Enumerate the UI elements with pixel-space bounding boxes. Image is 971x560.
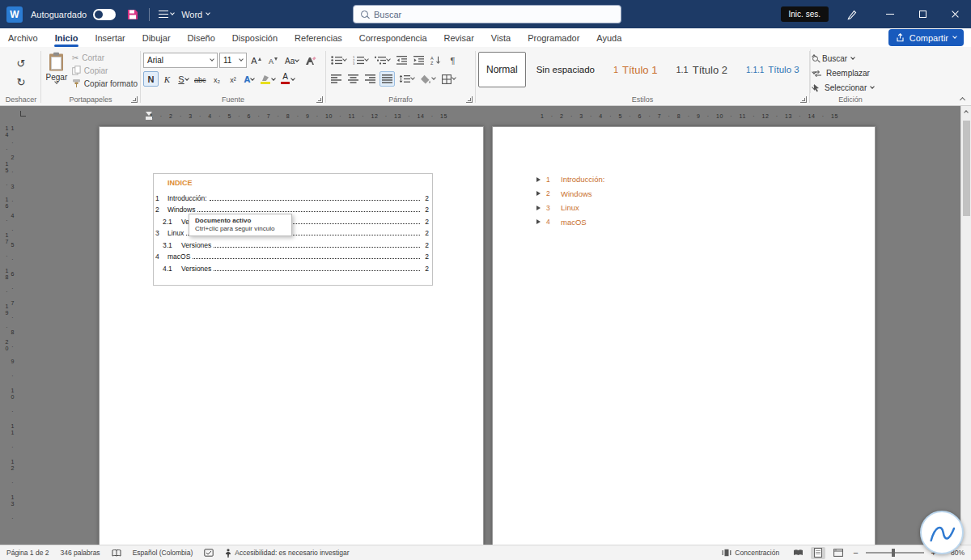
dialog-launcher-icon[interactable]: [316, 96, 323, 103]
toc-entry[interactable]: 1 Introducción: 2: [154, 190, 432, 202]
increase-indent-button[interactable]: [411, 53, 426, 68]
sort-button[interactable]: AZ: [428, 53, 443, 68]
sign-in-button[interactable]: Inic. ses.: [781, 6, 829, 22]
format-painter-button[interactable]: Copiar formato: [72, 78, 138, 88]
style-card-titulo-3[interactable]: 1.1.1 Título 3: [738, 52, 808, 87]
collapse-triangle-icon[interactable]: [536, 191, 541, 196]
multilevel-list-button[interactable]: [372, 53, 392, 68]
grow-font-button[interactable]: A: [248, 53, 264, 68]
horizontal-ruler[interactable]: 1 · 2 · 3 · 4 · 5 · 6 · 7 · 8 · 9 · 10 ·…: [99, 111, 876, 123]
copy-button[interactable]: Copiar: [72, 66, 138, 75]
page-indicator[interactable]: Página 1 de 2: [6, 549, 54, 557]
superscript-button[interactable]: x²: [226, 71, 241, 87]
autosave-toggle[interactable]: [93, 9, 116, 20]
shrink-font-button[interactable]: A: [265, 53, 281, 68]
tab-programador[interactable]: Programador: [528, 33, 579, 43]
zoom-slider-knob[interactable]: [892, 549, 895, 557]
quick-access-toolbar-icon[interactable]: [155, 4, 176, 25]
change-case-button[interactable]: Aa: [282, 53, 301, 68]
align-center-button[interactable]: [346, 71, 361, 87]
cut-button[interactable]: ✂ Cortar: [72, 53, 138, 62]
style-card-titulo-1[interactable]: 1 Título 1: [605, 52, 665, 87]
ink-pen-icon[interactable]: [842, 4, 863, 25]
maximize-button[interactable]: [906, 0, 939, 28]
toc-entry[interactable]: 3.1 Versiones 2: [154, 237, 432, 249]
underline-button[interactable]: S: [176, 71, 191, 87]
justify-button[interactable]: [379, 71, 395, 87]
zoom-out-button[interactable]: −: [851, 548, 859, 558]
minimize-button[interactable]: [874, 0, 906, 28]
align-left-button[interactable]: [329, 71, 344, 87]
tab-inicio[interactable]: Inicio: [55, 33, 78, 43]
tab-archivo[interactable]: Archivo: [8, 33, 38, 43]
align-right-button[interactable]: [363, 71, 378, 87]
tab-ayuda[interactable]: Ayuda: [596, 33, 621, 43]
tab-disposicion[interactable]: Disposición: [232, 33, 278, 43]
subscript-button[interactable]: x₂: [210, 71, 225, 87]
find-button[interactable]: Buscar: [812, 53, 874, 65]
read-mode-button[interactable]: [791, 547, 805, 559]
bullets-button[interactable]: [329, 53, 349, 68]
italic-button[interactable]: K: [159, 71, 175, 87]
select-button[interactable]: Seleccionar: [812, 82, 874, 94]
clear-formatting-button[interactable]: [303, 53, 319, 68]
style-card-titulo-2[interactable]: 1.1 Título 2: [668, 52, 736, 87]
toc-entry[interactable]: 4.1 Versiones 2: [154, 261, 432, 273]
style-card-normal[interactable]: Normal: [478, 52, 526, 87]
print-layout-button[interactable]: [811, 547, 825, 559]
dialog-launcher-icon[interactable]: [466, 96, 473, 103]
dialog-launcher-icon[interactable]: [800, 96, 807, 103]
tab-diseno[interactable]: Diseño: [188, 33, 215, 43]
font-size-combo[interactable]: 11: [219, 53, 247, 68]
style-card-sin-espaciado[interactable]: Sin espaciado: [528, 52, 603, 87]
text-effects-button[interactable]: A: [242, 71, 257, 87]
scroll-up-icon[interactable]: [961, 106, 971, 117]
tab-correspondencia[interactable]: Correspondencia: [359, 33, 427, 43]
page-2[interactable]: 1 Introducción: 2 Windows 3 Linux 4 macO…: [492, 126, 876, 545]
heading-row[interactable]: 1 Introducción:: [536, 172, 604, 187]
dialog-launcher-icon[interactable]: [131, 96, 138, 103]
word-app-icon[interactable]: W: [6, 6, 23, 23]
toc-entry[interactable]: 4 macOS 2: [154, 249, 432, 261]
toc-entry[interactable]: 2 Windows 2: [154, 202, 432, 214]
language-indicator[interactable]: Español (Colombia): [127, 549, 199, 557]
show-paragraph-marks-button[interactable]: ¶: [445, 53, 460, 68]
search-input[interactable]: [374, 10, 613, 19]
collapse-triangle-icon[interactable]: [536, 177, 541, 182]
save-icon[interactable]: [122, 4, 143, 25]
undo-button[interactable]: ↺: [12, 56, 30, 72]
close-button[interactable]: [939, 0, 971, 28]
word-count[interactable]: 346 palabras: [54, 549, 105, 557]
heading-row[interactable]: 4 macOS: [536, 215, 604, 230]
accessibility-status[interactable]: Accesibilidad: es necesario investigar: [219, 549, 354, 558]
collapse-triangle-icon[interactable]: [536, 206, 541, 210]
highlight-button[interactable]: [258, 71, 278, 87]
replace-button[interactable]: Reemplazar: [812, 67, 874, 79]
tab-revisar[interactable]: Revisar: [444, 33, 474, 43]
font-color-button[interactable]: A: [278, 71, 297, 87]
proofing-status[interactable]: [106, 549, 127, 557]
collapse-ribbon-icon[interactable]: [960, 97, 965, 103]
app-name-menu[interactable]: Word: [181, 10, 210, 19]
tab-vista[interactable]: Vista: [491, 33, 511, 43]
spellcheck-status[interactable]: [198, 549, 219, 557]
web-layout-button[interactable]: [831, 547, 846, 559]
vertical-scrollbar[interactable]: [960, 106, 971, 545]
shading-button[interactable]: [418, 71, 438, 87]
tab-dibujar[interactable]: Dibujar: [142, 33, 171, 43]
collapse-triangle-icon[interactable]: [536, 219, 541, 224]
line-spacing-button[interactable]: [396, 71, 417, 87]
vertical-ruler[interactable]: 1 · 2 · 3 · 4 · 5 · 6 · 7 · 8 · 9 · 10 ·…: [4, 125, 15, 534]
decrease-indent-button[interactable]: [394, 53, 409, 68]
indent-marker[interactable]: [146, 112, 152, 120]
tab-referencias[interactable]: Referencias: [295, 33, 342, 43]
focus-mode-button[interactable]: Concentración: [722, 549, 785, 557]
bold-button[interactable]: N: [143, 71, 159, 87]
search-box[interactable]: [353, 5, 621, 23]
font-family-combo[interactable]: Arial: [143, 53, 218, 68]
borders-button[interactable]: [439, 71, 458, 87]
heading-row[interactable]: 3 Linux: [536, 201, 604, 215]
zoom-slider[interactable]: [866, 552, 924, 554]
numbering-button[interactable]: 123: [350, 53, 371, 68]
ink-floating-button[interactable]: [920, 511, 964, 554]
